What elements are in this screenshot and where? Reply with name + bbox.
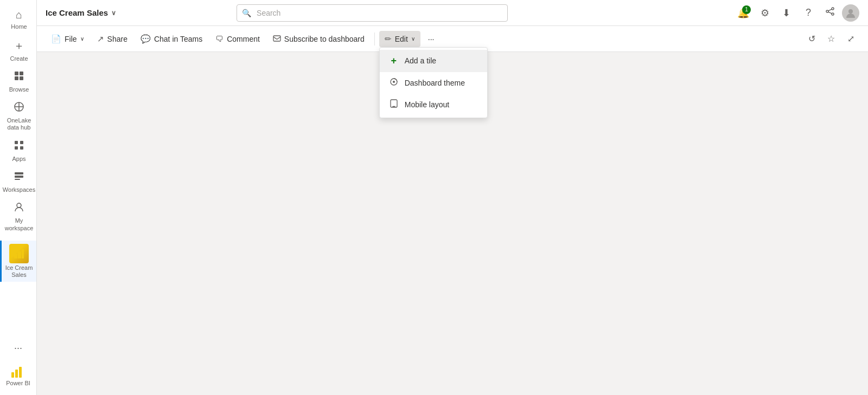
workspaces-icon — [14, 171, 24, 184]
share-icon-button[interactable] — [820, 3, 840, 23]
svg-rect-8 — [20, 146, 23, 150]
app-title[interactable]: Ice Cream Sales ∨ — [46, 8, 116, 17]
share-button[interactable]: ↗ Share — [92, 31, 133, 47]
mobile-layout-label: Mobile layout — [405, 100, 450, 109]
browse-icon — [14, 70, 24, 84]
svg-rect-25 — [273, 36, 280, 41]
sidebar-item-create-label: Create — [10, 55, 28, 62]
refresh-icon: ↺ — [808, 34, 815, 44]
svg-point-21 — [832, 13, 834, 15]
toolbar-separator — [374, 33, 375, 46]
svg-point-27 — [393, 81, 395, 83]
mobile-layout-icon — [388, 99, 399, 110]
refresh-button[interactable]: ↺ — [803, 30, 820, 48]
comment-icon: 🗨 — [215, 34, 224, 43]
more-options-label: ··· — [428, 35, 435, 43]
file-button[interactable]: 📄 File ∨ — [46, 31, 90, 47]
mobile-layout-item[interactable]: Mobile layout — [380, 94, 487, 115]
gear-icon: ⚙ — [761, 7, 769, 19]
subscribe-button[interactable]: Subscribe to dashboard — [267, 31, 370, 47]
sidebar-item-my-workspace[interactable]: Myworkspace — [0, 197, 36, 236]
svg-line-22 — [828, 12, 832, 14]
download-icon: ⬇ — [782, 7, 790, 19]
add-tile-icon: + — [388, 55, 399, 67]
add-tile-label: Add a tile — [405, 56, 436, 65]
svg-point-24 — [848, 9, 853, 14]
sidebar-powerbi: Power BI — [4, 360, 33, 391]
sidebar-item-home-label: Home — [11, 23, 27, 30]
dashboard-theme-icon — [388, 77, 399, 88]
chat-in-teams-label: Chat in Teams — [154, 35, 202, 43]
download-button[interactable]: ⬇ — [777, 3, 796, 23]
svg-rect-1 — [20, 72, 23, 75]
topbar: Ice Cream Sales ∨ 🔍 🔔 1 ⚙ ⬇ ? — [37, 0, 868, 26]
fullscreen-icon: ⤢ — [847, 34, 854, 44]
search-input[interactable] — [237, 4, 508, 22]
svg-rect-17 — [15, 370, 18, 378]
more-options-button[interactable]: ··· — [423, 31, 440, 47]
svg-rect-13 — [14, 254, 17, 258]
edit-label: Edit — [395, 35, 408, 43]
my-workspace-icon — [14, 202, 24, 215]
help-button[interactable]: ? — [799, 3, 818, 23]
dashboard-theme-item[interactable]: Dashboard theme — [380, 72, 487, 94]
toolbar-right: ↺ ☆ ⤢ — [803, 30, 859, 48]
sidebar-item-home[interactable]: ⌂ Home — [0, 4, 36, 34]
comment-button[interactable]: 🗨 Comment — [210, 31, 265, 47]
svg-rect-9 — [15, 172, 23, 174]
powerbi-logo-icon — [10, 365, 25, 380]
sidebar-item-my-workspace-label: Myworkspace — [5, 217, 34, 231]
search-icon: 🔍 — [242, 9, 251, 17]
sidebar-item-apps[interactable]: Apps — [0, 135, 36, 166]
subscribe-icon — [273, 34, 281, 44]
svg-rect-6 — [20, 141, 23, 144]
favorite-button[interactable]: ☆ — [822, 30, 840, 48]
add-tile-item[interactable]: + Add a tile — [380, 50, 487, 72]
search-bar: 🔍 — [237, 4, 508, 22]
sidebar-more-button[interactable]: ··· — [14, 342, 22, 354]
help-icon: ? — [806, 7, 811, 18]
svg-rect-0 — [15, 72, 18, 75]
edit-btn-wrap: ✏ Edit ∨ + Add a tile Dashboard theme — [379, 31, 420, 47]
sidebar-item-onelake[interactable]: OneLakedata hub — [0, 97, 36, 135]
notification-button[interactable]: 🔔 1 — [733, 3, 753, 23]
sidebar-item-workspaces[interactable]: Workspaces — [0, 166, 36, 197]
edit-chevron-icon: ∨ — [411, 36, 415, 42]
chat-in-teams-button[interactable]: 💬 Chat in Teams — [135, 31, 208, 47]
home-icon: ⌂ — [16, 9, 22, 21]
settings-button[interactable]: ⚙ — [755, 3, 775, 23]
sidebar-item-create[interactable]: ＋ Create — [0, 34, 36, 66]
user-avatar[interactable] — [842, 4, 859, 22]
file-icon: 📄 — [51, 34, 61, 44]
svg-rect-18 — [19, 367, 22, 378]
fullscreen-button[interactable]: ⤢ — [842, 30, 859, 48]
svg-rect-11 — [15, 179, 20, 180]
edit-icon: ✏ — [385, 34, 392, 44]
favorite-icon: ☆ — [827, 34, 835, 44]
share-btn-icon: ↗ — [97, 34, 104, 44]
sidebar-item-ice-cream-sales[interactable]: Ice CreamSales — [0, 241, 36, 282]
svg-rect-2 — [15, 76, 18, 80]
sidebar-item-workspaces-label: Workspaces — [3, 186, 35, 193]
sidebar-item-apps-label: Apps — [12, 156, 25, 162]
edit-dropdown: + Add a tile Dashboard theme Mobile layo… — [379, 47, 488, 118]
sidebar-item-browse[interactable]: Browse — [0, 66, 36, 97]
svg-rect-7 — [15, 146, 18, 150]
svg-rect-3 — [20, 76, 23, 80]
comment-label: Comment — [227, 35, 260, 43]
svg-rect-16 — [11, 372, 14, 378]
ice-cream-sales-thumb — [9, 244, 29, 263]
powerbi-label: Power BI — [6, 380, 30, 386]
sidebar-item-onelake-label: OneLakedata hub — [7, 117, 31, 131]
title-chevron-icon: ∨ — [111, 9, 116, 17]
dashboard-theme-label: Dashboard theme — [405, 79, 465, 87]
svg-rect-5 — [15, 141, 18, 144]
share-icon — [825, 7, 835, 19]
file-chevron-icon: ∨ — [80, 36, 84, 42]
app-title-text: Ice Cream Sales — [46, 8, 108, 17]
svg-point-20 — [826, 10, 828, 12]
edit-button[interactable]: ✏ Edit ∨ — [379, 31, 420, 47]
subscribe-label: Subscribe to dashboard — [284, 35, 365, 43]
file-label: File — [65, 35, 77, 43]
topbar-actions: 🔔 1 ⚙ ⬇ ? — [733, 3, 859, 23]
